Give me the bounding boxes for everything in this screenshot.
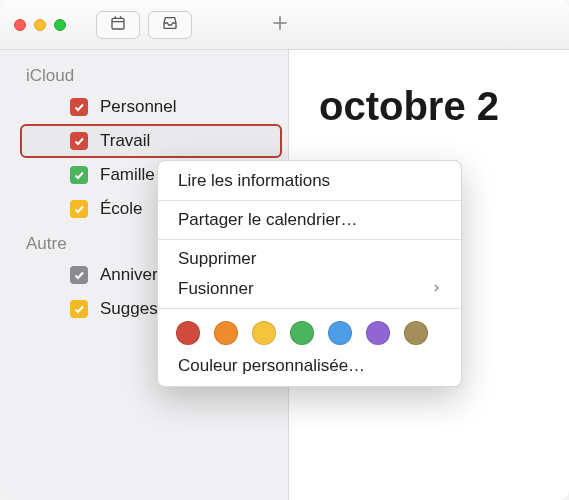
sidebar-item-travail[interactable]: Travail xyxy=(20,124,282,158)
plus-icon xyxy=(270,13,290,36)
menu-separator xyxy=(158,200,461,201)
svg-rect-0 xyxy=(112,18,124,29)
calendar-label: Travail xyxy=(100,131,150,151)
calendar-label: Anniver xyxy=(100,265,158,285)
checkbox-icon[interactable] xyxy=(70,98,88,116)
menu-item-label: Fusionner xyxy=(178,279,254,299)
calendar-icon xyxy=(109,15,127,34)
color-swatch-purple[interactable] xyxy=(366,321,390,345)
calendar-label: Sugges xyxy=(100,299,158,319)
color-swatch-green[interactable] xyxy=(290,321,314,345)
menu-separator xyxy=(158,239,461,240)
calendar-label: Personnel xyxy=(100,97,177,117)
menu-item-info[interactable]: Lire les informations xyxy=(158,166,461,196)
menu-item-label: Partager le calendrier… xyxy=(178,210,358,230)
checkbox-icon[interactable] xyxy=(70,266,88,284)
menu-item-merge[interactable]: Fusionner xyxy=(158,274,461,304)
sidebar-group-icloud: iCloud xyxy=(0,58,288,90)
calendar-label: École xyxy=(100,199,143,219)
menu-item-label: Lire les informations xyxy=(178,171,330,191)
menu-separator xyxy=(158,308,461,309)
close-window-button[interactable] xyxy=(14,19,26,31)
inbox-icon xyxy=(161,15,179,34)
sidebar-item-personnel[interactable]: Personnel xyxy=(20,90,282,124)
color-swatch-blue[interactable] xyxy=(328,321,352,345)
inbox-button[interactable] xyxy=(148,11,192,39)
context-menu: Lire les informations Partager le calend… xyxy=(157,160,462,387)
zoom-window-button[interactable] xyxy=(54,19,66,31)
calendar-label: Famille xyxy=(100,165,155,185)
menu-item-delete[interactable]: Supprimer xyxy=(158,244,461,274)
menu-item-label: Supprimer xyxy=(178,249,256,269)
menu-item-custom-color[interactable]: Couleur personnalisée… xyxy=(158,351,461,381)
minimize-window-button[interactable] xyxy=(34,19,46,31)
color-swatch-orange[interactable] xyxy=(214,321,238,345)
checkbox-icon[interactable] xyxy=(70,300,88,318)
calendar-view-button[interactable] xyxy=(96,11,140,39)
checkbox-icon[interactable] xyxy=(70,200,88,218)
month-title: octobre 2 xyxy=(319,84,569,129)
checkbox-icon[interactable] xyxy=(70,166,88,184)
menu-item-label: Couleur personnalisée… xyxy=(178,356,365,376)
color-swatch-red[interactable] xyxy=(176,321,200,345)
color-swatch-row xyxy=(158,313,461,351)
checkbox-icon[interactable] xyxy=(70,132,88,150)
titlebar xyxy=(0,0,569,50)
menu-item-share[interactable]: Partager le calendrier… xyxy=(158,205,461,235)
color-swatch-yellow[interactable] xyxy=(252,321,276,345)
add-event-button[interactable] xyxy=(260,11,300,39)
chevron-right-icon xyxy=(431,279,441,299)
color-swatch-brown[interactable] xyxy=(404,321,428,345)
traffic-lights xyxy=(14,19,66,31)
